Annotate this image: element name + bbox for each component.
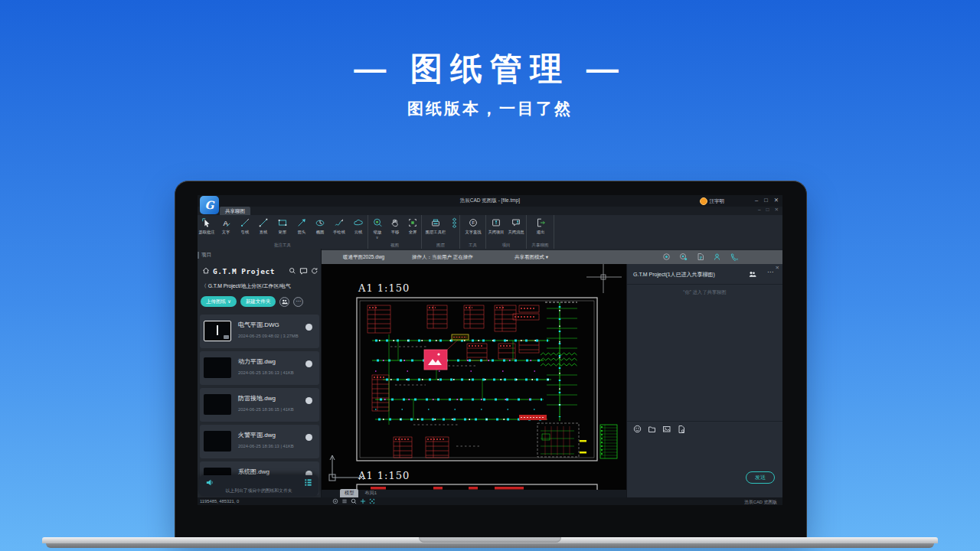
user-chip[interactable]: 汪宇明 xyxy=(700,197,725,205)
emoji-icon[interactable] xyxy=(633,425,642,433)
tab-model[interactable]: 模型 xyxy=(340,489,358,497)
sidebar-footer: 以上列出了项目中的图纸和文件夹 xyxy=(199,475,318,496)
refresh-icon[interactable] xyxy=(311,267,318,275)
new-folder-button[interactable]: 新建文件夹 xyxy=(240,296,276,307)
tool-arrow[interactable]: 箭头 xyxy=(292,217,311,236)
arrow-icon xyxy=(296,217,307,228)
home-icon[interactable] xyxy=(202,267,210,275)
layer-state-buttons[interactable] xyxy=(449,217,459,229)
group-label: 图层 xyxy=(422,243,459,248)
layout-tabs: 模型 布局1 xyxy=(322,490,626,497)
document-bar: 暖通平面2025.dwg 操作人：当前用户 正在操作 共享看图模式 ▾ xyxy=(322,250,782,264)
exit-icon xyxy=(535,217,546,228)
image-icon[interactable] xyxy=(662,425,671,433)
back-chevron-icon[interactable]: 〈 xyxy=(201,283,207,289)
snap-icon[interactable] xyxy=(332,498,338,504)
speaker-icon[interactable] xyxy=(205,478,214,487)
tool-ellipse[interactable]: 椭圆 xyxy=(311,217,330,236)
call-icon[interactable] xyxy=(730,253,738,261)
status-icons xyxy=(332,498,375,505)
ribbon-tab-row: 共享聊图 xyxy=(198,207,782,215)
leader-icon xyxy=(240,217,250,228)
crosshair-cursor xyxy=(586,264,622,293)
file-row[interactable]: 动力平面.dwg 2024-06-25 18:36:13 | 41KB xyxy=(200,351,319,385)
file-share-icon[interactable] xyxy=(677,425,685,433)
search-icon[interactable] xyxy=(289,267,296,275)
file-row[interactable]: 防雷接地.dwg 2024-06-25 18:36:15 | 41KB xyxy=(200,388,319,422)
list-icon[interactable] xyxy=(341,498,348,504)
record-settings-icon[interactable] xyxy=(679,253,688,261)
folder-icon[interactable] xyxy=(648,425,656,433)
chat-more-icon[interactable]: ⋯ xyxy=(767,269,773,276)
app-brand: 浩辰CAD 览图版 xyxy=(744,499,777,505)
file-list: 电气平面.DWG 2024-06-25 09:48:02 | 3.27MB 动力… xyxy=(200,315,319,498)
tool-text[interactable]: A 文字 xyxy=(217,217,236,236)
layer-states-icon xyxy=(451,217,458,229)
file-radio[interactable] xyxy=(305,397,312,404)
breadcrumb[interactable]: 〈 G.T.M Project/地上分区/工作区/电气 xyxy=(201,282,319,290)
upload-drawing-button[interactable]: 上传图纸∨ xyxy=(201,296,237,307)
record-icon[interactable] xyxy=(662,253,671,261)
chevron-down-icon: ∨ xyxy=(227,298,231,305)
tool-freehand[interactable]: 手绘线 xyxy=(330,217,349,236)
project-sidebar: 项目 G.T.M Project 〈 G.T.M Project/地上分区/工作… xyxy=(198,249,322,497)
close-button[interactable]: ✕ xyxy=(774,197,779,204)
doc-close-button[interactable]: ✕ xyxy=(775,207,779,213)
project-row: G.T.M Project xyxy=(202,266,318,276)
more-button[interactable]: ⋯ xyxy=(293,297,303,307)
tool-exit[interactable]: 退出 xyxy=(527,217,554,236)
tool-pan[interactable]: 平移 xyxy=(386,217,403,236)
message-icon[interactable] xyxy=(299,267,308,276)
tool-fullscreen[interactable]: 全屏 xyxy=(403,217,421,236)
maximize-button[interactable]: □ xyxy=(764,197,768,204)
fullscreen-toggle-icon[interactable] xyxy=(369,498,375,504)
list-view-icon[interactable] xyxy=(304,478,312,487)
chat-members-icon[interactable] xyxy=(748,270,756,279)
tool-layer-toolbar[interactable]: 图层工具栏 xyxy=(422,217,449,236)
project-name: G.T.M Project xyxy=(213,267,286,276)
ribbon-group-layer: 图层工具栏 图层 xyxy=(422,215,460,249)
group-label: 视图 xyxy=(368,243,421,248)
tab-layout1[interactable]: 布局1 xyxy=(360,489,381,497)
selected-highlight-block[interactable] xyxy=(424,350,447,370)
tool-cloud[interactable]: 云线 xyxy=(348,217,368,236)
chat-header: G.T.M Project(1人已进入共享聊图) xyxy=(633,271,748,279)
cloud-icon xyxy=(353,217,364,228)
tool-select-annotation[interactable]: 选取批注 xyxy=(198,217,217,236)
chat-input-toolbar xyxy=(633,425,685,433)
app-logo: G xyxy=(200,196,219,214)
pan-move-icon[interactable] xyxy=(360,498,366,504)
tool-leader[interactable]: 引线 xyxy=(235,217,254,236)
rectangle-icon xyxy=(277,217,288,228)
share-file-icon[interactable] xyxy=(696,253,704,261)
tool-close-project[interactable]: 关闭项目 xyxy=(486,217,506,236)
tool-rectangle[interactable]: 矩形 xyxy=(273,217,292,236)
line-icon xyxy=(258,217,269,228)
file-row[interactable]: 电气平面.DWG 2024-06-25 09:48:02 | 3.27MB xyxy=(200,315,319,348)
cad-canvas[interactable]: A1 1:150 xyxy=(322,264,626,490)
panel-close-icon[interactable]: ✕ xyxy=(776,265,779,271)
file-radio[interactable] xyxy=(305,434,312,441)
group-label: 项目 xyxy=(486,243,526,248)
magnifier-icon[interactable] xyxy=(351,498,357,504)
tab-share-chat-drawing[interactable]: 共享聊图 xyxy=(220,207,250,215)
tool-text-find[interactable]: F 文字查找 xyxy=(460,217,485,236)
members-icon[interactable] xyxy=(713,253,721,261)
file-radio[interactable] xyxy=(305,324,312,331)
doc-restore-button[interactable]: □ xyxy=(766,207,769,213)
minimize-button[interactable]: – xyxy=(755,197,758,204)
sidebar-section-label: 项目 xyxy=(198,252,211,259)
zoom-dropdown-caret-icon[interactable]: ∨ xyxy=(376,236,379,239)
document-name: 暖通平面2025.dwg xyxy=(343,254,384,261)
file-radio[interactable] xyxy=(305,360,312,367)
view-mode-dropdown[interactable]: 共享看图模式 ▾ xyxy=(514,254,548,261)
tool-line[interactable]: 直线 xyxy=(254,217,273,236)
layer-toolbar-icon xyxy=(430,217,441,228)
file-thumbnail xyxy=(204,321,231,341)
tool-close-message[interactable]: 关闭消息 xyxy=(506,217,526,236)
file-row[interactable]: 火警平面.dwg 2024-06-25 18:36:13 | 41KB xyxy=(200,425,319,458)
members-button[interactable] xyxy=(279,297,289,307)
tool-zoom[interactable]: 缩放 ∨ xyxy=(368,217,386,239)
send-button[interactable]: 发送 xyxy=(746,471,775,484)
doc-minimize-button[interactable]: – xyxy=(758,207,761,213)
